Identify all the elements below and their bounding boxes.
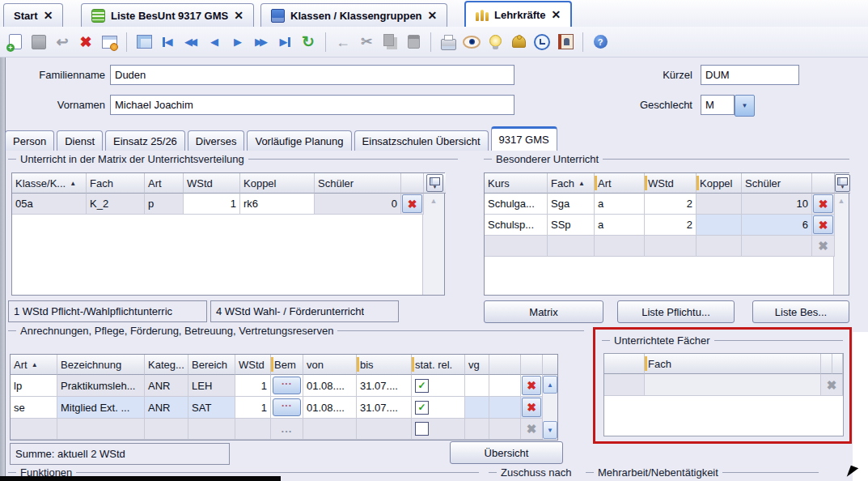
tab-klassen[interactable]: Klassen / Klassengruppen ✕ bbox=[260, 3, 447, 27]
column-header-bem[interactable]: Bem bbox=[271, 355, 303, 375]
last-record-icon[interactable]: ▶ bbox=[274, 32, 295, 53]
liste-bes-button[interactable]: Liste Bes... bbox=[752, 300, 849, 323]
first-record-icon[interactable]: ◀ bbox=[157, 32, 178, 53]
uebersicht-button[interactable]: Übersicht bbox=[450, 441, 563, 464]
tab-lehrkraefte[interactable]: Lehrkräfte ✕ bbox=[464, 1, 572, 27]
tab-person[interactable]: Person bbox=[5, 130, 54, 151]
column-header-art[interactable]: Art bbox=[595, 173, 645, 194]
tab-einsatz[interactable]: Einsatz 25/26 bbox=[105, 130, 185, 151]
table-row[interactable]: Schulga... Sga a 2 10 ✖ bbox=[485, 194, 835, 215]
address-book-icon[interactable] bbox=[555, 32, 576, 53]
vertical-scrollbar[interactable]: ▲ bbox=[833, 194, 849, 295]
delete-record-icon[interactable]: ✖ bbox=[75, 32, 96, 53]
liste-pflicht-button[interactable]: Liste Pflichtu... bbox=[617, 300, 735, 323]
close-icon[interactable]: ✕ bbox=[552, 8, 561, 21]
column-header-bis[interactable]: bis bbox=[357, 355, 412, 375]
fast-backward-icon[interactable]: ◀◀ bbox=[180, 32, 201, 53]
copy-icon[interactable] bbox=[379, 32, 400, 53]
table-row-selected[interactable]: se Mitglied Ext. ... ANR SAT 1 ... 01.08… bbox=[11, 397, 543, 419]
alarm-clock-icon[interactable] bbox=[531, 32, 553, 53]
geschlecht-select[interactable]: M bbox=[701, 95, 735, 115]
scroll-up-icon[interactable]: ▲ bbox=[430, 198, 438, 205]
vornamen-input[interactable] bbox=[110, 95, 514, 115]
column-header-von[interactable]: von bbox=[303, 355, 357, 375]
scroll-down-button[interactable]: ▼ bbox=[543, 421, 557, 439]
table-row[interactable]: lp Praktikumsleh... ANR LEH 1 ... 01.08.… bbox=[11, 375, 543, 397]
close-icon[interactable]: ✕ bbox=[234, 9, 243, 22]
help-icon[interactable]: ? bbox=[590, 32, 611, 53]
column-header-kategorie[interactable]: Kateg... bbox=[145, 355, 188, 375]
matrix-button[interactable]: Matrix bbox=[484, 300, 603, 323]
tab-start[interactable]: Start ✕ bbox=[3, 3, 63, 27]
stat-rel-checkbox-empty[interactable] bbox=[415, 422, 429, 436]
vertical-scrollbar[interactable]: ▲ ▼ bbox=[542, 375, 557, 440]
column-header-klasse[interactable]: Klasse/K...▲ bbox=[12, 173, 87, 194]
column-header-bereich[interactable]: Bereich bbox=[188, 355, 235, 375]
bell-icon[interactable] bbox=[508, 32, 529, 53]
paste-icon[interactable] bbox=[403, 32, 424, 53]
delete-row-button[interactable]: ✖ bbox=[522, 376, 541, 395]
table-row-empty[interactable]: ✖ bbox=[604, 374, 843, 396]
save-icon[interactable] bbox=[28, 32, 49, 53]
column-header-bezeichnung[interactable]: Bezeichnung bbox=[57, 355, 145, 375]
table-row-selected[interactable]: Schulsp... SSp a 2 6 ✖ bbox=[485, 215, 835, 236]
tab-9317-gms[interactable]: 9317 GMS bbox=[491, 126, 557, 151]
familienname-input[interactable] bbox=[110, 65, 514, 85]
kuerzel-input[interactable] bbox=[701, 65, 799, 85]
tab-einsatzschulen-uebersicht[interactable]: Einsatzschulen Übersicht bbox=[354, 130, 489, 151]
column-header-wstd[interactable]: WStd bbox=[235, 355, 271, 375]
column-header-koppel[interactable]: Koppel bbox=[240, 173, 315, 194]
tab-dienst[interactable]: Dienst bbox=[57, 130, 103, 151]
delete-row-button[interactable]: ✖ bbox=[402, 194, 422, 213]
form-remove-icon[interactable] bbox=[99, 32, 120, 53]
stat-rel-checkbox[interactable]: ✓ bbox=[415, 379, 429, 393]
delete-row-button[interactable]: ✖ bbox=[813, 215, 833, 234]
bem-ellipsis-button[interactable]: ... bbox=[273, 398, 301, 416]
field-chooser-button[interactable]: ▼ bbox=[426, 174, 443, 192]
tab-vorlaeufige-planung[interactable]: Vorläufige Planung bbox=[247, 130, 351, 151]
column-header-wstd[interactable]: WStd bbox=[184, 173, 240, 194]
column-header-spare bbox=[821, 354, 832, 374]
lightbulb-icon[interactable] bbox=[485, 32, 506, 53]
column-header-wstd[interactable]: WStd bbox=[645, 173, 697, 194]
tab-diverses[interactable]: Diverses bbox=[188, 130, 245, 151]
column-header-kurs[interactable]: Kurs bbox=[485, 173, 548, 194]
column-header-fach[interactable]: Fach bbox=[645, 354, 821, 374]
column-header-vg[interactable]: vg bbox=[465, 355, 489, 375]
chevron-down-icon[interactable]: ▼ bbox=[735, 95, 755, 117]
column-header-art[interactable]: Art bbox=[145, 173, 184, 194]
delete-row-button[interactable]: ✖ bbox=[813, 194, 833, 213]
back-icon[interactable]: ← bbox=[332, 32, 354, 53]
undo-icon[interactable]: ↩ bbox=[52, 32, 73, 53]
field-chooser-button[interactable]: ▼ bbox=[835, 174, 850, 192]
delete-row-button[interactable]: ✖ bbox=[522, 398, 541, 417]
table-row-empty[interactable]: ... ✖ bbox=[11, 419, 543, 440]
cut-icon[interactable]: ✂ bbox=[356, 32, 377, 53]
table-row[interactable]: 05a K_2 p 1 rk6 0 ✖ bbox=[12, 194, 424, 215]
column-header-schueler[interactable]: Schüler bbox=[315, 173, 401, 194]
new-record-icon[interactable]: + bbox=[5, 32, 26, 53]
column-header-fach[interactable]: Fach bbox=[87, 173, 145, 194]
tab-liste-besunt[interactable]: Liste BesUnt 9317 GMS ✕ bbox=[81, 3, 254, 27]
column-header-koppel[interactable]: Koppel bbox=[697, 173, 742, 194]
stat-rel-checkbox[interactable]: ✓ bbox=[415, 401, 429, 415]
scroll-up-icon[interactable]: ▲ bbox=[838, 198, 845, 205]
column-header-stat-rel[interactable]: stat. rel. bbox=[412, 355, 465, 375]
field-chooser-corner: ▼ bbox=[835, 173, 850, 194]
close-icon[interactable]: ✕ bbox=[428, 9, 438, 22]
fast-forward-icon[interactable]: ▶▶ bbox=[251, 32, 272, 53]
vertical-scrollbar[interactable]: ▲ bbox=[422, 194, 444, 295]
datasheet-icon[interactable] bbox=[133, 32, 155, 53]
next-record-icon[interactable]: ▶ bbox=[227, 32, 248, 53]
bem-ellipsis-button[interactable]: ... bbox=[273, 377, 301, 394]
preview-eye-icon[interactable] bbox=[461, 32, 482, 53]
scroll-up-button[interactable]: ▲ bbox=[543, 376, 557, 394]
close-icon[interactable]: ✕ bbox=[44, 9, 53, 22]
print-icon[interactable] bbox=[438, 32, 459, 53]
column-header-fach[interactable]: Fach▲ bbox=[548, 173, 595, 194]
column-header-art[interactable]: Art▲ bbox=[11, 355, 57, 375]
refresh-icon[interactable]: ↻ bbox=[298, 32, 319, 53]
previous-record-icon[interactable]: ◀ bbox=[204, 32, 225, 53]
column-header-schueler[interactable]: Schüler bbox=[742, 173, 812, 194]
table-row-empty[interactable]: ✖ bbox=[485, 236, 835, 257]
